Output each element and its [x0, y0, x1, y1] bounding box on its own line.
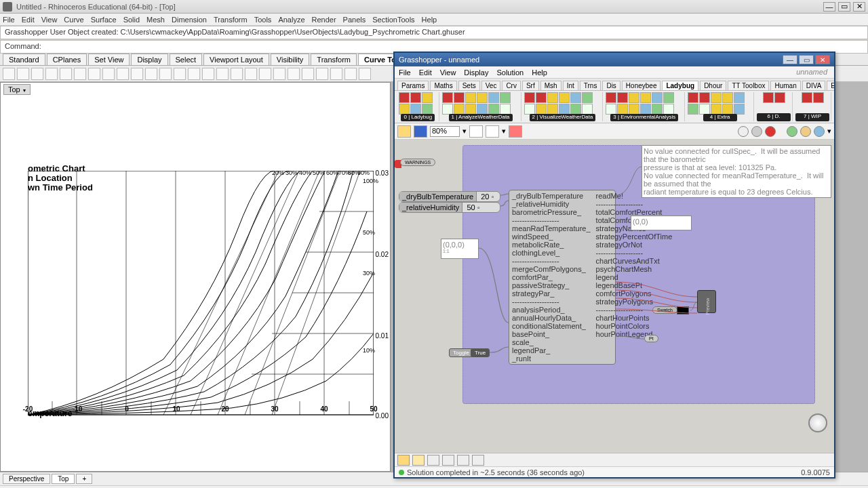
menu-solid[interactable]: Solid [123, 16, 140, 24]
gh-mru-icon[interactable] [427, 455, 439, 466]
gh-input-port[interactable]: ------------------- [511, 298, 592, 306]
gh-tab[interactable]: Vec [481, 81, 501, 90]
gh-canvas[interactable]: WARNINGS No value connected for cullSpec… [395, 140, 834, 453]
gh-output-port[interactable]: strategyOrNot [595, 241, 674, 249]
rhino-tool-icon[interactable] [188, 68, 200, 80]
gh-component-icon[interactable] [699, 92, 710, 103]
gh-tab[interactable]: Sets [458, 81, 480, 90]
gh-component-icon[interactable] [442, 104, 453, 115]
gh-component-icon[interactable] [711, 104, 722, 115]
menu-sectiontools[interactable]: SectionTools [372, 16, 414, 24]
rhino-tool-icon[interactable] [60, 68, 72, 80]
gh-component-icon[interactable] [536, 92, 547, 103]
open-file-icon[interactable] [397, 125, 411, 138]
gh-tab[interactable]: Params [397, 81, 429, 90]
gh-component-icon[interactable] [488, 104, 499, 115]
rhino-tool-icon[interactable] [245, 68, 257, 80]
menu-file[interactable]: File [3, 16, 15, 24]
gh-tab[interactable]: Honeybee [622, 81, 661, 90]
gh-input-port[interactable]: _runIt [511, 354, 592, 363]
gh-component-icon[interactable] [477, 92, 488, 103]
gh-menu-display[interactable]: Display [464, 68, 488, 77]
gh-component-icon[interactable] [454, 104, 465, 115]
gh-component-icon[interactable] [652, 104, 663, 115]
toolbar-tab[interactable]: Transform [311, 54, 357, 65]
gh-mru-icon[interactable] [397, 455, 410, 466]
gh-component-icon[interactable] [422, 104, 433, 115]
rhino-tool-icon[interactable] [131, 68, 143, 80]
gh-menu-file[interactable]: File [399, 68, 411, 77]
viewport-tab[interactable]: Perspective [3, 474, 50, 484]
viewport-tab[interactable]: Top [52, 474, 75, 484]
toolbar-tab[interactable]: Select [170, 54, 203, 65]
gh-input-port[interactable]: scale_ [511, 338, 592, 346]
rhino-tool-icon[interactable] [288, 68, 300, 80]
menu-mesh[interactable]: Mesh [146, 16, 165, 24]
gh-component-icon[interactable] [559, 92, 570, 103]
gh-group-label[interactable]: 1 | AnalyzeWeatherData [449, 114, 513, 121]
gh-menu-view[interactable]: View [440, 68, 456, 77]
rhino-tool-icon[interactable] [344, 68, 357, 80]
gh-output-port[interactable]: chartCurvesAndTxt [595, 257, 674, 265]
gh-input-port[interactable]: conditionalStatement_ [511, 322, 592, 330]
gh-input-port[interactable]: clothingLevel_ [511, 249, 592, 257]
gh-toggle[interactable]: Toggle [449, 348, 473, 357]
gh-input-port[interactable]: barometricPressure_ [511, 208, 592, 216]
gh-component-icon[interactable] [454, 92, 465, 103]
gh-component-icon[interactable] [582, 92, 593, 103]
gh-component-icon[interactable] [524, 92, 535, 103]
gh-component-icon[interactable] [813, 92, 824, 103]
gh-tab[interactable]: Int [563, 81, 578, 90]
gh-component-icon[interactable] [688, 104, 698, 115]
gh-component-icon[interactable] [640, 104, 651, 115]
gh-group-label[interactable]: 3 | EnvironmentalAnalysis [610, 114, 678, 121]
rhino-tool-icon[interactable] [159, 68, 172, 80]
gh-component-icon[interactable] [652, 92, 663, 103]
gh-panel-out[interactable]: (0,0) [631, 216, 692, 230]
gh-component-icon[interactable] [617, 104, 628, 115]
rhino-tool-icon[interactable] [259, 68, 271, 80]
gh-mru-icon[interactable] [457, 455, 469, 466]
gh-output-port[interactable]: readMe! [595, 192, 674, 200]
gh-component-icon[interactable] [663, 104, 674, 115]
gh-input-port[interactable]: ------------------- [511, 257, 592, 265]
gh-input-port[interactable]: windSpeed_ [511, 232, 592, 241]
gh-input-port[interactable]: _dryBulbTemperature [511, 192, 592, 200]
gh-output-port[interactable]: strategyPercentOfTime [595, 232, 674, 241]
gh-input-port[interactable]: legendPar_ [511, 346, 592, 354]
gh-true-button[interactable]: True [471, 348, 490, 357]
osnap-row[interactable]: EndNearPointMidCenIntPerpTanQuadKnotVert… [0, 485, 868, 488]
menu-tools[interactable]: Tools [254, 16, 272, 24]
gh-param-pt[interactable]: Pt [644, 335, 658, 342]
gh-component-icon[interactable] [640, 92, 651, 103]
gh-close-button[interactable]: ✕ [815, 55, 830, 64]
rhino-tool-icon[interactable] [31, 68, 43, 80]
rhino-tool-icon[interactable] [330, 68, 342, 80]
gh-output-port[interactable]: ------------------- [595, 249, 674, 257]
gh-tab[interactable]: Srf [522, 81, 539, 90]
toolbar-tab[interactable]: Set View [88, 54, 130, 65]
gh-component-icon[interactable] [570, 92, 581, 103]
gh-component-icon[interactable] [711, 92, 722, 103]
rhino-tool-icon[interactable] [88, 68, 100, 80]
gh-component-icon[interactable] [524, 104, 535, 115]
gh-component-icon[interactable] [688, 92, 698, 103]
gh-output-port[interactable]: legendBasePt [595, 281, 674, 289]
preview-mesh-icon[interactable] [800, 126, 811, 137]
preview-selected-icon[interactable] [787, 126, 797, 137]
toolbar-tab[interactable]: CPlanes [47, 54, 87, 65]
gh-component-icon[interactable] [410, 92, 421, 103]
gh-menu-edit[interactable]: Edit [419, 68, 432, 77]
zoom-dropdown[interactable]: 80% [430, 126, 460, 137]
menu-curve[interactable]: Curve [64, 16, 83, 24]
gh-output-port[interactable]: ------------------- [595, 200, 674, 208]
gh-input-port[interactable]: _relativeHumidity [511, 200, 592, 208]
gh-input-port[interactable]: passiveStrategy_ [511, 281, 592, 289]
gh-input-port[interactable]: ------------------- [511, 216, 592, 224]
gh-output-port[interactable]: chartHourPoints [595, 314, 674, 322]
preview-shaded-icon[interactable] [765, 126, 776, 137]
gh-component-icon[interactable] [410, 104, 421, 115]
gh-tab[interactable]: DIVA [802, 81, 826, 90]
gh-group-label[interactable]: 4 | Extra [703, 114, 737, 121]
gh-component-icon[interactable] [536, 104, 547, 115]
